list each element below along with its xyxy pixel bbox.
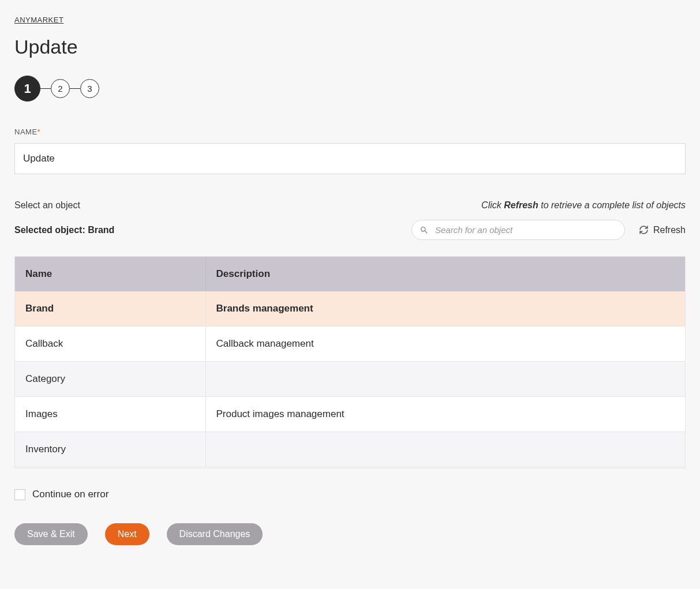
name-field-label: NAME* bbox=[14, 127, 686, 136]
refresh-icon bbox=[639, 225, 649, 235]
progress-stepper: 1 2 3 bbox=[14, 76, 686, 102]
table-cell-name: Images bbox=[15, 397, 205, 432]
step-2[interactable]: 2 bbox=[51, 79, 70, 98]
page-title: Update bbox=[14, 36, 686, 58]
table-cell-description bbox=[205, 432, 685, 467]
table-cell-name: Inventory bbox=[15, 432, 205, 467]
table-cell-name: Callback bbox=[15, 327, 205, 362]
selected-object-label: Selected object: Brand bbox=[14, 225, 114, 235]
table-cell-name: Category bbox=[15, 362, 205, 397]
object-table: Name Description BrandBrands managementC… bbox=[15, 257, 685, 467]
table-row[interactable]: Category bbox=[15, 362, 685, 397]
required-indicator: * bbox=[38, 127, 41, 136]
continue-on-error-label: Continue on error bbox=[32, 489, 108, 500]
object-table-container[interactable]: Name Description BrandBrands managementC… bbox=[14, 256, 686, 468]
select-object-label: Select an object bbox=[14, 200, 80, 211]
search-input[interactable] bbox=[411, 220, 625, 240]
table-header-description: Description bbox=[205, 257, 685, 291]
search-icon bbox=[420, 226, 429, 235]
table-row[interactable]: BrandBrands management bbox=[15, 291, 685, 327]
continue-on-error-checkbox[interactable] bbox=[14, 489, 25, 500]
discard-changes-button[interactable]: Discard Changes bbox=[167, 523, 263, 545]
table-row[interactable]: ImagesProduct images management bbox=[15, 397, 685, 432]
table-row[interactable]: Inventory bbox=[15, 432, 685, 467]
table-cell-description: Brands management bbox=[205, 291, 685, 327]
table-cell-name: Brand bbox=[15, 291, 205, 327]
refresh-button[interactable]: Refresh bbox=[639, 225, 686, 235]
save-exit-button[interactable]: Save & Exit bbox=[14, 523, 88, 545]
table-row[interactable]: CallbackCallback management bbox=[15, 327, 685, 362]
refresh-hint: Click Refresh to retrieve a complete lis… bbox=[481, 200, 686, 211]
name-input[interactable] bbox=[14, 143, 686, 174]
step-connector bbox=[70, 88, 80, 89]
table-cell-description: Callback management bbox=[205, 327, 685, 362]
breadcrumb-anymarket[interactable]: ANYMARKET bbox=[14, 16, 63, 24]
table-header-name: Name bbox=[15, 257, 205, 291]
table-cell-description: Product images management bbox=[205, 397, 685, 432]
table-cell-description bbox=[205, 362, 685, 397]
step-connector bbox=[40, 88, 51, 89]
step-1[interactable]: 1 bbox=[14, 76, 40, 102]
step-3[interactable]: 3 bbox=[80, 79, 99, 98]
next-button[interactable]: Next bbox=[105, 523, 149, 545]
